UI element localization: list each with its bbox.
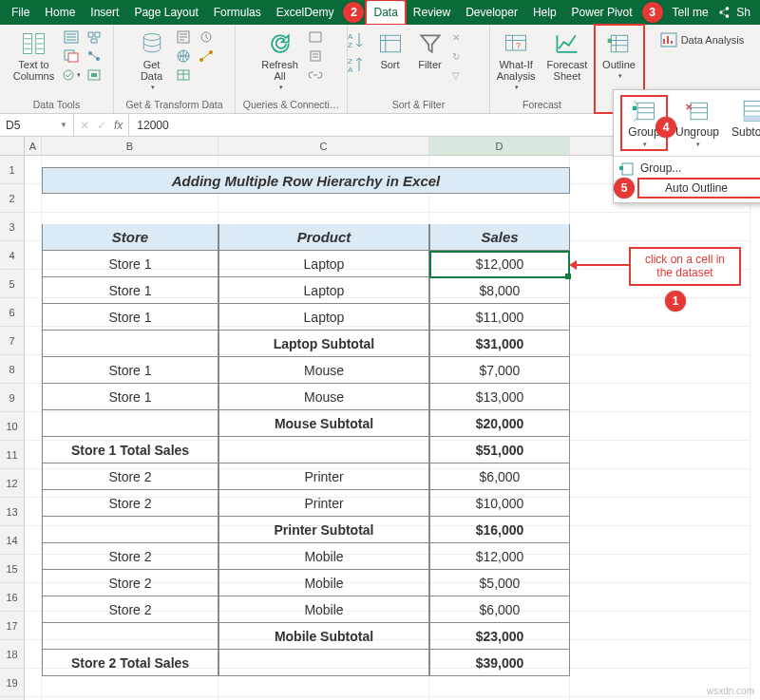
row-header[interactable]: 8 [0, 355, 25, 384]
from-web-button[interactable] [174, 47, 193, 65]
reapply-button[interactable]: ↻ [452, 47, 494, 65]
cell[interactable] [570, 355, 750, 384]
row-header[interactable]: 17 [0, 612, 25, 640]
row-header[interactable]: 9 [0, 384, 25, 412]
cell[interactable] [25, 583, 42, 612]
cell[interactable] [570, 298, 750, 327]
col-header[interactable]: D [429, 137, 570, 156]
table-row[interactable]: Store 1Mouse$7,000 [42, 357, 570, 384]
row-header[interactable]: 11 [0, 441, 25, 469]
sort-button[interactable]: Sort [372, 28, 408, 72]
row-header[interactable]: 5 [0, 270, 25, 298]
tab-data[interactable]: Data [366, 0, 405, 25]
manage-data-model-button[interactable] [85, 66, 104, 84]
row-header[interactable]: 4 [0, 241, 25, 270]
cell[interactable] [570, 412, 750, 441]
cell[interactable] [25, 355, 42, 384]
cell[interactable] [570, 640, 750, 669]
cell[interactable] [570, 526, 750, 555]
forecast-sheet-button[interactable]: Forecast Sheet [543, 28, 592, 84]
tab-insert[interactable]: Insert [83, 0, 126, 25]
cell[interactable] [25, 469, 42, 498]
filter-button[interactable]: Filter [412, 28, 448, 72]
cell[interactable] [570, 469, 750, 498]
get-data-button[interactable]: Get Data [134, 28, 170, 93]
cell[interactable] [25, 384, 42, 412]
tab-exceldemy[interactable]: ExcelDemy [269, 0, 342, 25]
cell[interactable] [570, 384, 750, 412]
table-row[interactable]: Mouse Subtotal$20,000 [42, 410, 570, 437]
data-analysis-button[interactable]: Data Analysis [658, 28, 747, 51]
cell[interactable] [570, 498, 750, 526]
table-row[interactable]: Store 2Mobile$5,000 [42, 570, 570, 596]
from-table-button[interactable] [174, 66, 193, 84]
table-row[interactable]: Store 1Laptop$11,000 [42, 304, 570, 331]
cell[interactable] [25, 270, 42, 298]
table-row[interactable]: Mobile Subtotal$23,000 [42, 623, 570, 650]
table-row[interactable]: Printer Subtotal$16,000 [42, 517, 570, 543]
data-validation-button[interactable] [62, 66, 81, 84]
advanced-filter-button[interactable]: ▽ [452, 66, 494, 84]
flash-fill-button[interactable] [62, 28, 81, 46]
cell[interactable] [25, 241, 42, 270]
properties-button[interactable] [306, 47, 325, 65]
table-row[interactable]: Store 2 Total Sales$39,000 [42, 650, 570, 676]
row-header[interactable]: 13 [0, 498, 25, 526]
row-header[interactable]: 6 [0, 298, 25, 327]
relationships-button[interactable] [85, 47, 104, 65]
row-header[interactable]: 16 [0, 583, 25, 612]
cell[interactable] [25, 184, 42, 213]
table-row[interactable]: Store 1 Total Sales$51,000 [42, 437, 570, 464]
recent-sources-button[interactable] [197, 28, 216, 46]
row-header[interactable]: 2 [0, 184, 25, 213]
cancel-formula-icon[interactable]: ✕ [80, 119, 89, 132]
tab-developer[interactable]: Developer [458, 0, 525, 25]
whatif-button[interactable]: ? What-If Analysis [493, 28, 540, 93]
row-header[interactable]: 18 [0, 640, 25, 669]
row-header[interactable]: 15 [0, 555, 25, 583]
auto-outline-item[interactable]: Auto Outline [638, 179, 760, 198]
col-header[interactable]: A [25, 137, 42, 156]
table-row[interactable]: Store 2Mobile$12,000 [42, 543, 570, 570]
table-row[interactable]: Store 2Printer$10,000 [42, 490, 570, 517]
cell[interactable] [25, 156, 42, 184]
select-all-corner[interactable] [0, 137, 25, 156]
tab-pagelayout[interactable]: Page Layout [126, 0, 205, 25]
consolidate-button[interactable] [85, 28, 104, 46]
tab-tellme[interactable]: Tell me [665, 0, 716, 25]
remove-duplicates-button[interactable] [62, 47, 81, 65]
existing-connections-button[interactable] [197, 47, 216, 65]
outline-button[interactable]: Outline [598, 28, 639, 82]
table-row[interactable]: Store 1Laptop$12,000 [42, 251, 570, 277]
cell[interactable] [25, 555, 42, 583]
tab-powerpivot[interactable]: Power Pivot [564, 0, 640, 25]
cell[interactable] [570, 441, 750, 469]
text-to-columns-button[interactable]: Text to Columns [10, 28, 58, 84]
row-header[interactable]: 7 [0, 327, 25, 355]
cell[interactable] [25, 612, 42, 640]
row-header[interactable]: 1 [0, 156, 25, 184]
row-header[interactable]: 19 [0, 669, 25, 697]
edit-links-button[interactable] [306, 66, 325, 84]
subtotal-button[interactable]: Subtotal [728, 96, 760, 150]
clear-filter-button[interactable]: ✕ [452, 28, 494, 46]
table-row[interactable]: Store 1Laptop$8,000 [42, 277, 570, 304]
cell[interactable] [25, 412, 42, 441]
table-row[interactable]: Store 2Mobile$6,000 [42, 596, 570, 623]
row-header[interactable]: 3 [0, 213, 25, 241]
row-header[interactable]: 14 [0, 526, 25, 555]
name-box[interactable]: D5▼ [0, 114, 74, 136]
fx-icon[interactable]: fx [114, 119, 123, 132]
tab-formulas[interactable]: Formulas [206, 0, 269, 25]
cell[interactable] [25, 498, 42, 526]
cell[interactable] [25, 327, 42, 355]
queries-connections-button[interactable] [306, 28, 325, 46]
tab-review[interactable]: Review [406, 0, 458, 25]
cell[interactable] [25, 640, 42, 669]
table-row[interactable]: Store 2Printer$6,000 [42, 464, 570, 490]
table-row[interactable]: Laptop Subtotal$31,000 [42, 331, 570, 357]
col-header[interactable]: B [42, 137, 218, 156]
ungroup-button[interactable]: Ungroup [673, 96, 722, 150]
enter-formula-icon[interactable]: ✓ [97, 119, 106, 132]
cell[interactable] [25, 669, 42, 697]
